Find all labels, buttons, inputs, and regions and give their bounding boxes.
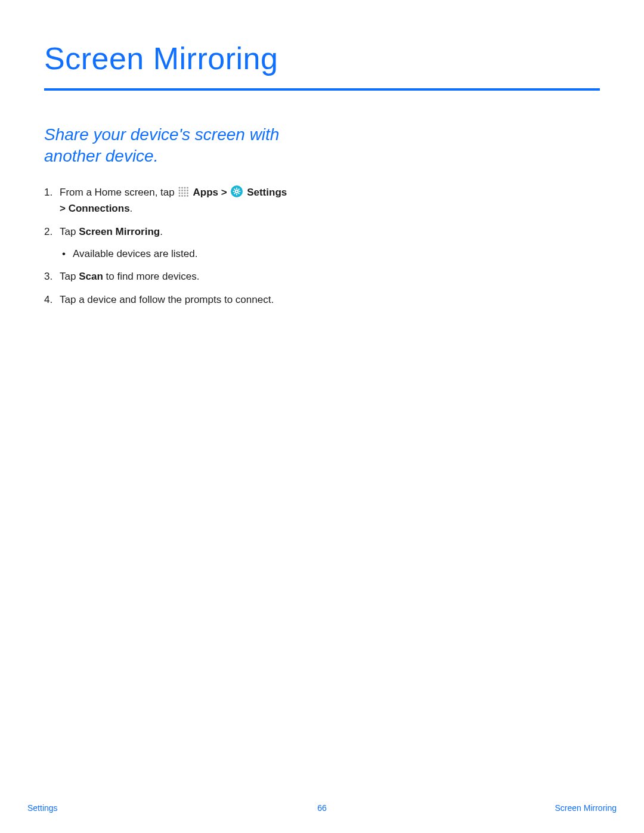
svg-point-10	[184, 192, 186, 194]
svg-point-0	[179, 187, 181, 188]
bullet-item: • Available devices are listed.	[60, 247, 342, 262]
svg-point-5	[182, 190, 184, 191]
svg-point-4	[179, 190, 181, 191]
svg-point-3	[187, 187, 189, 188]
step-1: 1. From a Home screen, tap Apps > Settin…	[44, 185, 342, 216]
step-body: Tap a device and follow the prompts to c…	[60, 293, 342, 308]
svg-rect-18	[237, 187, 238, 188]
step-bold: Scan	[79, 271, 103, 282]
page-title: Screen Mirroring	[44, 41, 600, 86]
footer-right: Screen Mirroring	[555, 803, 617, 813]
step-number: 1.	[44, 185, 60, 216]
step-text: .	[160, 226, 163, 237]
apps-grid-icon	[178, 187, 189, 202]
svg-rect-21	[239, 191, 240, 192]
svg-point-11	[187, 192, 189, 194]
steps-list: 1. From a Home screen, tap Apps > Settin…	[44, 185, 342, 308]
step-3: 3. Tap Scan to find more devices.	[44, 270, 342, 284]
footer-left: Settings	[27, 803, 58, 813]
step-text: Tap	[60, 271, 79, 282]
step-number: 4.	[44, 293, 60, 308]
svg-point-13	[182, 195, 184, 197]
step-4: 4. Tap a device and follow the prompts t…	[44, 293, 342, 308]
svg-point-1	[182, 187, 184, 188]
page-footer: Settings 66 Screen Mirroring	[0, 803, 644, 813]
footer-page-number: 66	[317, 803, 327, 813]
svg-point-6	[184, 190, 186, 191]
svg-point-15	[187, 195, 189, 197]
step-text: .	[130, 203, 133, 214]
svg-point-14	[184, 195, 186, 197]
step-number: 2.	[44, 225, 60, 261]
step-text: From a Home screen, tap	[60, 187, 177, 198]
bullet-text: Available devices are listed.	[73, 247, 197, 262]
connections-label: > Connections	[60, 203, 130, 214]
step-body: From a Home screen, tap Apps > Settings>…	[60, 185, 342, 216]
settings-label: Settings	[244, 187, 287, 198]
svg-point-26	[236, 190, 238, 192]
step-body: Tap Scan to find more devices.	[60, 270, 342, 284]
svg-point-9	[182, 192, 184, 194]
svg-point-12	[179, 195, 181, 197]
svg-rect-19	[237, 194, 238, 195]
step-body: Tap Screen Mirroring. • Available device…	[60, 225, 342, 261]
document-page: Screen Mirroring Share your device's scr…	[0, 0, 644, 833]
bullet-marker: •	[60, 247, 73, 262]
apps-label: Apps >	[190, 187, 230, 198]
step-number: 3.	[44, 270, 60, 284]
step-text: Tap	[60, 226, 79, 237]
svg-rect-20	[233, 191, 234, 192]
step-2: 2. Tap Screen Mirroring. • Available dev…	[44, 225, 342, 261]
step-bold: Screen Mirroring	[79, 226, 160, 237]
svg-point-8	[179, 192, 181, 194]
step-text: to find more devices.	[103, 271, 200, 282]
step-text: Tap a device and follow the prompts to c…	[60, 294, 274, 305]
title-divider	[44, 88, 600, 91]
svg-point-2	[184, 187, 186, 188]
page-subtitle: Share your device's screen with another …	[44, 124, 330, 168]
settings-gear-icon	[231, 185, 243, 202]
svg-point-7	[187, 190, 189, 191]
